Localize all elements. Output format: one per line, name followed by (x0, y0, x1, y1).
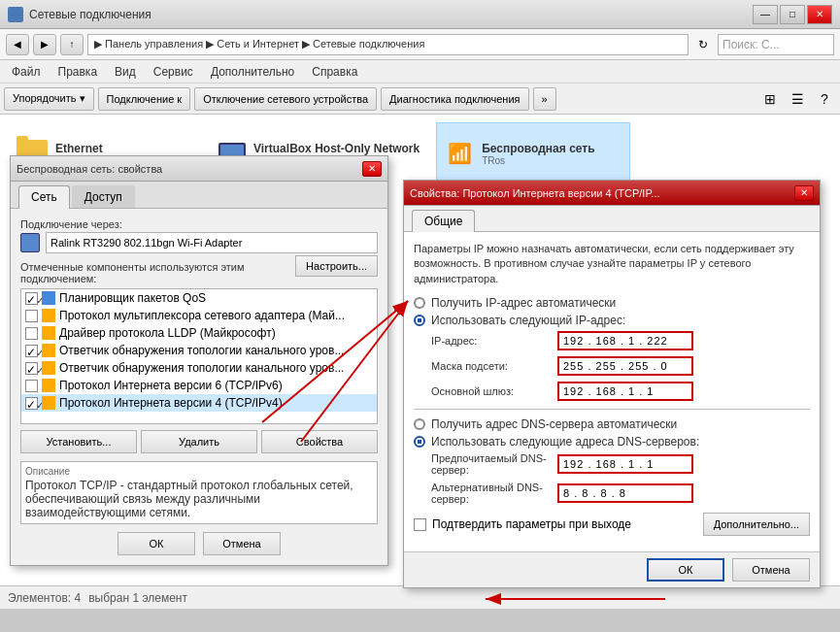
preferred-dns-row: Предпочитаемый DNS-сервер: 192 . 168 . 1… (431, 452, 810, 476)
maximize-button[interactable]: □ (780, 5, 805, 24)
tcpip-description: Параметры IP можно назначать автоматичес… (414, 242, 810, 286)
confirm-checkbox[interactable] (414, 518, 426, 531)
description-box: Описание Протокол TCP/IP - стандартный п… (20, 461, 378, 524)
comp-checkbox-2[interactable] (25, 327, 38, 340)
more-button[interactable]: » (533, 87, 556, 111)
list-item[interactable]: Драйвер протокола LLDP (Майкрософт) (21, 324, 377, 342)
tcpip-ok-button[interactable]: ОК (647, 558, 724, 582)
confirm-label: Подтвердить параметры при выходе (432, 517, 631, 531)
help-icon[interactable]: ? (813, 87, 836, 111)
search-box[interactable]: Поиск: С... (718, 34, 834, 55)
back-button[interactable]: ◀ (6, 34, 29, 55)
list-item[interactable]: Протокол Интернета версии 6 (TCP/IPv6) (21, 377, 377, 394)
wireless-ok-cancel: ОК Отмена (20, 532, 378, 555)
comp-name-0: Планировщик пакетов QoS (59, 291, 206, 305)
auto-dns-radio[interactable] (414, 418, 425, 430)
gateway-label: Основной шлюз: (431, 385, 557, 397)
remove-button[interactable]: Удалить (141, 430, 257, 453)
elements-count: Элементов: 4 (8, 591, 81, 605)
divider (414, 409, 810, 410)
tab-access[interactable]: Доступ (72, 185, 135, 208)
address-path[interactable]: ▶ Панель управления ▶ Сеть и Интернет ▶ … (87, 34, 689, 55)
list-item[interactable]: Протокол мультиплексора сетевого адаптер… (21, 307, 377, 324)
toolbar: Упорядочить ▾ Подключение к Отключение с… (0, 83, 840, 115)
tcpip-cancel-button[interactable]: Отмена (732, 558, 810, 582)
subnet-row: Маска подсети: 255 . 255 . 255 . 0 (431, 356, 810, 376)
auto-ip-radio[interactable] (414, 297, 425, 309)
wireless-icon: 📶 (445, 139, 474, 168)
wireless-dialog-tabs: Сеть Доступ (11, 182, 387, 209)
components-list: ✓ Планировщик пакетов QoS Протокол мульт… (20, 288, 378, 424)
list-item[interactable]: ✓ Ответчик обнаружения топологии канальн… (21, 342, 377, 359)
refresh-button[interactable]: ↻ (692, 34, 714, 55)
forward-button[interactable]: ▶ (33, 34, 56, 55)
tcpip-content: Параметры IP можно назначать автоматичес… (404, 232, 820, 551)
menu-edit[interactable]: Правка (50, 63, 106, 81)
auto-ip-option[interactable]: Получить IP-адрес автоматически (414, 296, 810, 310)
comp-name-3: Ответчик обнаружения топологии канальног… (59, 344, 344, 357)
title-bar-buttons: — □ ✕ (753, 5, 832, 24)
comp-checkbox-3[interactable]: ✓ (25, 345, 38, 357)
configure-button[interactable]: Настроить... (295, 255, 378, 277)
tab-general[interactable]: Общие (412, 210, 475, 232)
connect-button[interactable]: Подключение к (98, 87, 191, 111)
menu-help[interactable]: Справка (304, 63, 365, 81)
preferred-dns-input[interactable]: 192 . 168 . 1 . 1 (557, 454, 693, 474)
up-button[interactable]: ↑ (60, 34, 84, 55)
advanced-button[interactable]: Дополнительно... (703, 513, 810, 536)
comp-checkbox-4[interactable]: ✓ (25, 362, 38, 375)
comp-checkbox-0[interactable]: ✓ (25, 292, 38, 305)
menu-file[interactable]: Файл (4, 63, 49, 81)
comp-checkbox-1[interactable] (25, 310, 38, 322)
close-button[interactable]: ✕ (807, 5, 832, 24)
menu-additional[interactable]: Дополнительно (203, 63, 302, 81)
tcpip-dialog-title: Свойства: Протокол Интернета версии 4 (T… (410, 187, 660, 199)
tcpip-tabs: Общие (404, 206, 820, 232)
view-icon[interactable]: ⊞ (758, 87, 782, 111)
manual-ip-option[interactable]: Использовать следующий IP-адрес: (414, 314, 810, 327)
wireless-cancel-button[interactable]: Отмена (203, 532, 281, 555)
properties-button[interactable]: Свойства (261, 430, 378, 453)
menu-view[interactable]: Вид (107, 63, 144, 81)
disconnect-button[interactable]: Отключение сетевого устройства (194, 87, 377, 111)
ip-address-input[interactable]: 192 . 168 . 1 . 222 (557, 331, 693, 350)
wireless-dialog-content: Подключение через: Ralink RT3290 802.11b… (11, 209, 387, 565)
tcpip-dialog-close[interactable]: ✕ (794, 185, 814, 201)
gateway-input[interactable]: 192 . 168 . 1 . 1 (557, 382, 693, 401)
auto-dns-option[interactable]: Получить адрес DNS-сервера автоматически (414, 417, 810, 431)
wireless-dialog-close[interactable]: ✕ (362, 161, 382, 177)
install-button[interactable]: Установить... (20, 430, 137, 453)
manual-dns-radio[interactable] (414, 436, 425, 448)
wireless-dialog: Беспроводная сеть: свойства ✕ Сеть Досту… (10, 155, 388, 566)
menu-service[interactable]: Сервис (146, 63, 201, 81)
wireless-card[interactable]: 📶 Беспроводная сеть TRos (436, 122, 630, 184)
minimize-button[interactable]: — (753, 5, 778, 24)
comp-checkbox-5[interactable] (25, 380, 38, 392)
manual-dns-option[interactable]: Использовать следующие адреса DNS-сервер… (414, 435, 810, 449)
adapter-icon (20, 233, 40, 252)
list-item[interactable]: ✓ Протокол Интернета версии 4 (TCP/IPv4) (21, 394, 377, 412)
virtualbox-name: VirtualBox Host-Only Network (253, 142, 420, 155)
dialog-buttons-row: Установить... Удалить Свойства (20, 430, 378, 453)
description-text: Протокол TCP/IP - стандартный протокол г… (25, 479, 373, 519)
details-icon[interactable]: ☰ (786, 87, 809, 111)
wireless-ok-button[interactable]: ОК (118, 532, 195, 555)
list-item[interactable]: ✓ Ответчик обнаружения топологии канальн… (21, 359, 377, 377)
subnet-input[interactable]: 255 . 255 . 255 . 0 (557, 356, 693, 376)
app-icon (8, 7, 23, 22)
alternate-dns-input[interactable]: 8 . 8 . 8 . 8 (557, 483, 693, 503)
wireless-dialog-title: Беспроводная сеть: свойства (17, 163, 162, 175)
organize-button[interactable]: Упорядочить ▾ (4, 87, 94, 111)
gateway-row: Основной шлюз: 192 . 168 . 1 . 1 (431, 382, 810, 401)
alternate-dns-label: Альтернативный DNS-сервер: (431, 482, 557, 505)
auto-dns-label: Получить адрес DNS-сервера автоматически (431, 417, 677, 431)
tab-network[interactable]: Сеть (18, 185, 70, 209)
comp-icon-0 (42, 291, 55, 305)
list-item[interactable]: ✓ Планировщик пакетов QoS (21, 289, 377, 307)
comp-icon-4 (42, 361, 55, 375)
diagnose-button[interactable]: Диагностика подключения (381, 87, 528, 111)
subnet-label: Маска подсети: (431, 360, 557, 372)
comp-checkbox-6[interactable]: ✓ (25, 397, 38, 410)
manual-ip-radio[interactable] (414, 315, 425, 326)
wireless-dialog-titlebar: Беспроводная сеть: свойства ✕ (11, 156, 387, 182)
